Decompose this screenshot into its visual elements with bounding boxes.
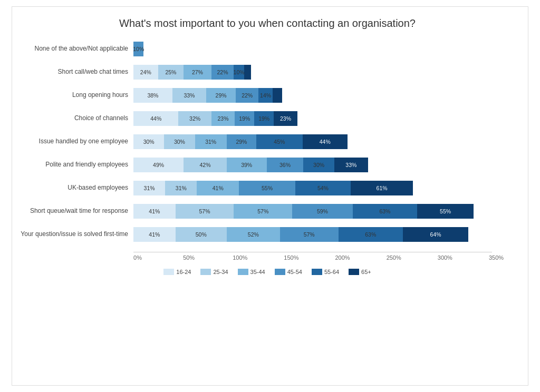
legend-item: 45-54 bbox=[275, 269, 302, 275]
bar-wrapper: 31%31%41%55%54%61% bbox=[133, 181, 517, 195]
bar-segment: 42% bbox=[184, 158, 227, 172]
bar-wrapper: 49%42%39%36%30%33% bbox=[133, 158, 517, 172]
x-tick: 0% bbox=[127, 254, 148, 261]
row-label: Short call/web chat times bbox=[17, 68, 133, 76]
legend-item: 55-64 bbox=[312, 269, 339, 275]
bar-segment: 50% bbox=[176, 227, 227, 242]
row-label: Polite and friendly employees bbox=[17, 161, 133, 169]
bar-row: Polite and friendly employees49%42%39%36… bbox=[17, 155, 517, 175]
bar-segment bbox=[244, 65, 252, 80]
bar-segment bbox=[273, 88, 282, 103]
bar-segment: 44% bbox=[303, 134, 348, 149]
bar-segment: 63% bbox=[353, 204, 417, 219]
bar-segment: 10% bbox=[133, 42, 143, 56]
legend-label: 25-34 bbox=[213, 269, 228, 275]
bar-wrapper: 30%30%31%29%45%44% bbox=[133, 134, 517, 149]
legend-color bbox=[200, 269, 211, 275]
bar-segment: 30% bbox=[303, 158, 334, 172]
bar-segment: 22% bbox=[236, 88, 258, 103]
bar-segment: 19% bbox=[254, 111, 274, 126]
legend-label: 45-54 bbox=[287, 269, 302, 275]
bar-row: Short queue/wait time for response41%57%… bbox=[17, 201, 517, 221]
bar-segment: 23% bbox=[211, 111, 235, 126]
bar-segment: 25% bbox=[158, 65, 184, 80]
bar-segment: 41% bbox=[133, 204, 176, 219]
bar-segment: 57% bbox=[176, 204, 234, 219]
row-label: Long opening hours bbox=[17, 91, 133, 100]
bar-row: Your question/issue is solved first-time… bbox=[17, 224, 517, 244]
legend-item: 65+ bbox=[349, 269, 371, 275]
legend-color bbox=[312, 269, 322, 275]
bar-segment: 31% bbox=[133, 181, 165, 195]
bar-wrapper: 24%25%27%22%10% bbox=[133, 65, 517, 80]
bar-segment: 10% bbox=[234, 65, 244, 80]
bar-row: Short call/web chat times24%25%27%22%10% bbox=[17, 62, 517, 82]
bar-row: None of the above/Not applicable10% bbox=[17, 39, 517, 59]
bar-segment: 45% bbox=[256, 134, 302, 149]
bar-segment: 39% bbox=[227, 158, 267, 172]
bar-row: Issue handled by one employee30%30%31%29… bbox=[17, 132, 517, 152]
bar-segment: 63% bbox=[339, 227, 403, 242]
bar-segment: 41% bbox=[197, 181, 239, 195]
bar-segment: 33% bbox=[172, 88, 206, 103]
bar-segment: 44% bbox=[133, 111, 178, 126]
bar-segment: 55% bbox=[417, 204, 474, 219]
bar-segment: 29% bbox=[206, 88, 236, 103]
legend-color bbox=[275, 269, 285, 275]
bar-segment: 49% bbox=[133, 158, 184, 172]
legend-item: 35-44 bbox=[238, 269, 265, 275]
bar-segment: 30% bbox=[164, 134, 195, 149]
bar-segment: 38% bbox=[133, 88, 172, 103]
bar-segment: 14% bbox=[258, 88, 273, 103]
bar-row: Choice of channels44%32%23%19%19%23% bbox=[17, 109, 517, 129]
bar-segment: 57% bbox=[234, 204, 292, 219]
legend-item: 25-34 bbox=[200, 269, 228, 275]
x-tick: 150% bbox=[281, 254, 302, 261]
bar-segment: 31% bbox=[195, 134, 227, 149]
row-label: UK-based employees bbox=[17, 184, 133, 192]
bar-segment: 33% bbox=[334, 158, 368, 172]
legend-label: 65+ bbox=[361, 269, 371, 275]
bar-segment: 61% bbox=[351, 181, 413, 195]
bar-segment: 24% bbox=[133, 65, 158, 80]
legend: 16-2425-3435-4445-5455-6465+ bbox=[17, 269, 517, 275]
bar-wrapper: 38%33%29%22%14% bbox=[133, 88, 517, 103]
legend-color bbox=[349, 269, 359, 275]
x-axis: 0%50%100%150%200%250%300%350% bbox=[133, 252, 492, 262]
row-label: Choice of channels bbox=[17, 114, 133, 123]
chart-container: What's most important to you when contac… bbox=[12, 6, 528, 386]
legend-label: 16-24 bbox=[176, 269, 191, 275]
bar-row: UK-based employees31%31%41%55%54%61% bbox=[17, 178, 517, 198]
bar-segment: 36% bbox=[267, 158, 304, 172]
legend-color bbox=[238, 269, 248, 275]
bar-segment: 22% bbox=[211, 65, 234, 80]
chart-area: None of the above/Not applicable10%Short… bbox=[17, 39, 517, 248]
row-label: Issue handled by one employee bbox=[17, 138, 133, 146]
bar-wrapper: 44%32%23%19%19%23% bbox=[133, 111, 517, 126]
bar-segment: 57% bbox=[280, 227, 339, 242]
bar-wrapper: 41%57%57%59%63%55% bbox=[133, 204, 517, 219]
x-tick: 300% bbox=[435, 254, 456, 261]
bar-segment: 31% bbox=[165, 181, 197, 195]
bar-wrapper: 41%50%52%57%63%64% bbox=[133, 227, 517, 242]
legend-color bbox=[163, 269, 174, 275]
x-tick: 200% bbox=[332, 254, 353, 261]
bar-segment: 52% bbox=[227, 227, 280, 242]
bar-segment: 64% bbox=[403, 227, 468, 242]
bar-segment: 59% bbox=[292, 204, 353, 219]
legend-item: 16-24 bbox=[163, 269, 191, 275]
bar-segment: 29% bbox=[227, 134, 256, 149]
bar-segment: 55% bbox=[239, 181, 295, 195]
x-tick: 350% bbox=[486, 254, 507, 261]
bar-segment: 23% bbox=[274, 111, 297, 126]
legend-label: 55-64 bbox=[324, 269, 339, 275]
x-tick: 250% bbox=[383, 254, 404, 261]
bar-row: Long opening hours38%33%29%22%14% bbox=[17, 85, 517, 105]
bar-segment: 41% bbox=[133, 227, 176, 242]
bar-segment: 30% bbox=[133, 134, 164, 149]
row-label: None of the above/Not applicable bbox=[17, 45, 133, 53]
row-label: Your question/issue is solved first-time bbox=[17, 230, 133, 239]
x-tick: 50% bbox=[178, 254, 199, 261]
bar-segment: 54% bbox=[295, 181, 351, 195]
bar-wrapper: 10% bbox=[133, 42, 517, 56]
